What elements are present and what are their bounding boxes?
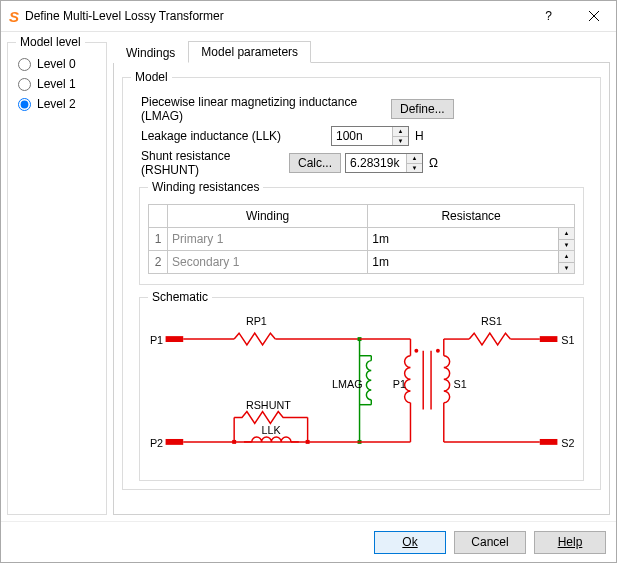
spinner-down-icon[interactable]: ▼ [559, 240, 574, 251]
radio-level-0-input[interactable] [18, 58, 31, 71]
svg-rect-26 [232, 440, 236, 444]
svg-point-42 [436, 349, 440, 353]
rshunt-spinner[interactable]: ▲ ▼ [406, 154, 422, 172]
winding-resistances-group: Winding resistances Winding Resistance 1… [139, 187, 584, 285]
svg-text:RSHUNT: RSHUNT [246, 399, 291, 411]
llk-unit: H [415, 129, 424, 143]
row-rshunt: Shunt resistance (RSHUNT) Calc... ▲ ▼ Ω [131, 149, 592, 177]
right-column: Windings Model parameters Model Piecewis… [113, 36, 610, 515]
svg-rect-2 [166, 336, 184, 342]
llk-label: Leakage inductance (LLK) [131, 129, 331, 143]
ok-button[interactable]: Ok [374, 531, 446, 554]
radio-level-1-input[interactable] [18, 78, 31, 91]
spinner-down-icon[interactable]: ▼ [559, 263, 574, 274]
row-num: 2 [149, 251, 168, 274]
row-resistance-cell: ▲ ▼ [368, 251, 575, 274]
radio-level-2-input[interactable] [18, 98, 31, 111]
spinner-down-icon[interactable]: ▼ [393, 137, 408, 146]
tabs-bar: Windings Model parameters [113, 40, 610, 63]
row-num: 1 [149, 228, 168, 251]
winding-resistances-legend: Winding resistances [148, 180, 263, 194]
app-icon: S [9, 8, 19, 25]
svg-rect-5 [540, 439, 558, 445]
window-title: Define Multi-Level Lossy Transformer [25, 9, 526, 23]
titlebar: S Define Multi-Level Lossy Transformer ? [1, 1, 616, 32]
close-button[interactable] [571, 1, 616, 31]
llk-spinner[interactable]: ▲ ▼ [392, 127, 408, 145]
svg-text:LMAG: LMAG [332, 378, 363, 390]
svg-text:RP1: RP1 [246, 315, 267, 327]
resistance-spinner[interactable]: ▲ ▼ [558, 228, 574, 250]
model-group: Model Piecewise linear magnetizing induc… [122, 77, 601, 490]
tab-windings[interactable]: Windings [113, 42, 188, 63]
th-resistance: Resistance [368, 205, 575, 228]
resistance-spinner[interactable]: ▲ ▼ [558, 251, 574, 273]
svg-text:S1: S1 [561, 334, 574, 346]
radio-level-2-label: Level 2 [37, 97, 76, 111]
close-icon [589, 11, 599, 21]
table-row: 2 Secondary 1 ▲ ▼ [149, 251, 575, 274]
svg-rect-4 [540, 336, 558, 342]
model-group-legend: Model [131, 70, 172, 84]
svg-text:LLK: LLK [262, 424, 282, 436]
table-row: 1 Primary 1 ▲ ▼ [149, 228, 575, 251]
svg-rect-27 [306, 440, 310, 444]
resistance-input[interactable] [368, 251, 558, 273]
row-resistance-cell: ▲ ▼ [368, 228, 575, 251]
rshunt-label: Shunt resistance (RSHUNT) [131, 149, 289, 177]
svg-text:P1: P1 [393, 378, 406, 390]
rshunt-input[interactable] [346, 154, 406, 172]
th-blank [149, 205, 168, 228]
llk-input[interactable] [332, 127, 392, 145]
spinner-down-icon[interactable]: ▼ [407, 164, 422, 173]
model-level-group: Model level Level 0 Level 1 Level 2 [7, 42, 107, 515]
radio-level-0[interactable]: Level 0 [18, 57, 98, 71]
row-winding-name: Secondary 1 [168, 251, 368, 274]
tab-content-model-parameters: Model Piecewise linear magnetizing induc… [113, 63, 610, 515]
radio-level-2[interactable]: Level 2 [18, 97, 98, 111]
spinner-up-icon[interactable]: ▲ [393, 127, 408, 137]
rshunt-calc-button[interactable]: Calc... [289, 153, 341, 173]
tab-model-parameters[interactable]: Model parameters [188, 41, 311, 63]
svg-text:RS1: RS1 [481, 315, 502, 327]
dialog-footer: Ok Cancel Help [1, 521, 616, 562]
spinner-up-icon[interactable]: ▲ [559, 228, 574, 240]
row-llk: Leakage inductance (LLK) ▲ ▼ H [131, 126, 592, 146]
th-winding: Winding [168, 205, 368, 228]
model-level-legend: Model level [16, 35, 85, 49]
help-button[interactable]: ? [526, 1, 571, 31]
cancel-button[interactable]: Cancel [454, 531, 526, 554]
radio-level-0-label: Level 0 [37, 57, 76, 71]
lmag-define-button[interactable]: Define... [391, 99, 454, 119]
winding-resistances-table: Winding Resistance 1 Primary 1 [148, 204, 575, 274]
svg-text:S2: S2 [561, 437, 574, 449]
row-winding-name: Primary 1 [168, 228, 368, 251]
resistance-input[interactable] [368, 228, 558, 250]
radio-level-1-label: Level 1 [37, 77, 76, 91]
svg-text:P2: P2 [150, 437, 163, 449]
table-header-row: Winding Resistance [149, 205, 575, 228]
rshunt-unit: Ω [429, 156, 438, 170]
schematic-canvas: P1 P2 S1 S2 [146, 310, 577, 470]
svg-text:S1: S1 [454, 378, 467, 390]
help-footer-button[interactable]: Help [534, 531, 606, 554]
row-lmag: Piecewise linear magnetizing inductance … [131, 95, 592, 123]
svg-point-41 [414, 349, 418, 353]
lmag-label: Piecewise linear magnetizing inductance … [131, 95, 391, 123]
llk-input-wrap: ▲ ▼ [331, 126, 409, 146]
svg-text:P1: P1 [150, 334, 163, 346]
spinner-up-icon[interactable]: ▲ [407, 154, 422, 164]
schematic-svg: P1 P2 S1 S2 [146, 310, 577, 470]
dialog-window: S Define Multi-Level Lossy Transformer ?… [0, 0, 617, 563]
spinner-up-icon[interactable]: ▲ [559, 251, 574, 263]
radio-level-1[interactable]: Level 1 [18, 77, 98, 91]
schematic-legend: Schematic [148, 290, 212, 304]
svg-rect-3 [166, 439, 184, 445]
dialog-body: Model level Level 0 Level 1 Level 2 Wind… [1, 32, 616, 521]
schematic-group: Schematic P1 P2 S1 S2 [139, 297, 584, 481]
rshunt-input-wrap: ▲ ▼ [345, 153, 423, 173]
